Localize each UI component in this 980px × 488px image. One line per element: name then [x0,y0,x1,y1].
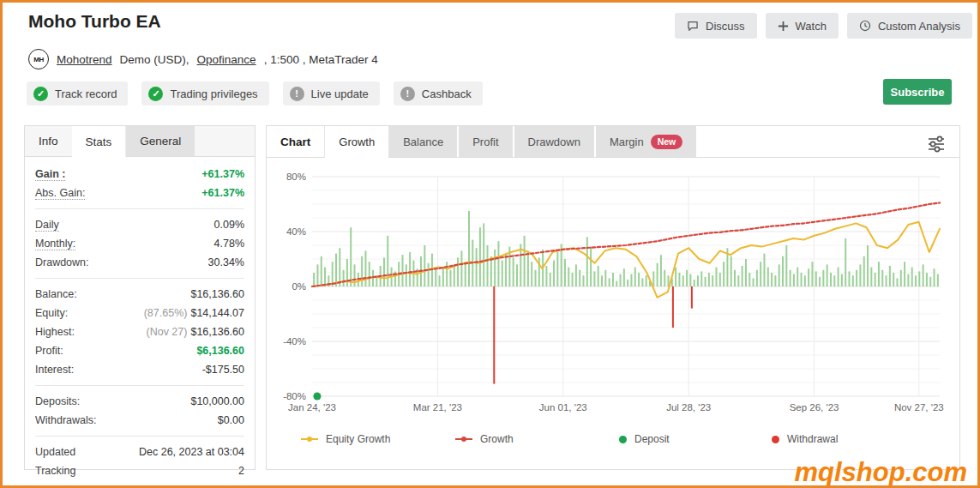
tab-label: Chart [280,136,310,148]
badge-cashback: !Cashback [394,81,483,105]
stat-label: Profit: [35,345,63,357]
broker-link[interactable]: Opofinance [197,53,256,66]
stat-label[interactable]: Daily [35,219,59,232]
svg-text:Jul 28, '23: Jul 28, '23 [666,402,711,413]
tab-balance[interactable]: Balance [389,126,457,157]
account-page: Moho Turbo EA DiscussWatchCustom Analysi… [0,0,980,488]
svg-text:0%: 0% [292,281,306,292]
button-label: Watch [796,20,827,33]
watermark: mqlshop.com [794,457,967,488]
svg-text:Nov 27, '23: Nov 27, '23 [894,402,944,413]
tab-drawdown[interactable]: Drawdown [514,126,594,157]
legend-line-marker [455,438,472,440]
stat-row: Equity:(87.65%)$14,144.07 [35,304,244,322]
tab-label: Growth [339,136,375,148]
tab-general[interactable]: General [126,126,195,156]
stat-value-text: Dec 26, 2023 at 03:04 [139,446,244,458]
legend-label: Deposit [634,433,670,445]
stat-label: Equity: [35,307,68,319]
stat-value: +61.37% [201,187,244,199]
stat-row: Drawdown:30.34% [35,253,244,272]
stat-group: Gain :+61.37%Abs. Gain:+61.37% [35,159,244,209]
chart-settings-button[interactable] [923,131,949,160]
header-actions: DiscussWatchCustom Analysis [675,13,972,39]
subscribe-button[interactable]: Subscribe [883,79,952,105]
stat-value-text: $16,136.60 [190,288,244,300]
tab-growth[interactable]: Growth [324,126,389,158]
new-badge: New [651,135,683,149]
exclamation-icon: ! [290,87,304,101]
stat-value: +61.37% [201,168,244,180]
tab-profit[interactable]: Profit [459,126,512,157]
legend-dot-marker [772,436,779,443]
chart-tabs: ChartGrowthBalanceProfitDrawdownMarginNe… [267,126,959,158]
legend-label: Growth [480,433,514,445]
stat-value: $16,136.60 [190,288,244,300]
legend-label: Equity Growth [326,433,390,445]
stat-value-text: 0.09% [214,219,244,231]
stat-label: Highest: [35,326,75,338]
custom-analysis-button[interactable]: Custom Analysis [847,13,972,39]
stat-row: Interest:-$175.50 [35,360,244,379]
stat-value-text: +61.37% [201,168,244,180]
stat-row: Tracking2 [35,461,244,480]
stat-label: Tracking [35,465,75,477]
stat-label[interactable]: Abs. Gain: [35,187,85,200]
growth-chart[interactable]: 80%40%0%-40%-80%Jan 24, '23Mar 21, '23Ju… [267,157,959,426]
button-label: Custom Analysis [878,20,960,33]
stat-label: Updated [35,446,75,458]
stat-group: UpdatedDec 26, 2023 at 03:04Tracking2 [35,437,244,486]
tab-label: Drawdown [528,136,580,148]
account-name-link[interactable]: Mohotrend [57,53,112,66]
legend-line-dot [307,437,312,442]
watch-button[interactable]: Watch [766,13,839,39]
badge-label: Live update [311,87,369,100]
stat-value: 0.09% [214,219,244,231]
svg-text:Mar 21, '23: Mar 21, '23 [413,402,462,413]
stat-value-text: 30.34% [208,256,244,268]
svg-text:80%: 80% [286,172,306,182]
stat-row: Gain :+61.37% [35,165,244,184]
svg-text:Jan 24, '23: Jan 24, '23 [288,402,336,413]
stat-value-text: $10,000.00 [190,395,244,407]
stat-label[interactable]: Gain : [35,168,65,181]
stat-label: Withdrawals: [35,414,97,426]
chart-panel: ChartGrowthBalanceProfitDrawdownMarginNe… [266,125,960,470]
stat-label: Drawdown: [35,256,89,268]
svg-text:Sep 26, '23: Sep 26, '23 [790,402,839,413]
chart-legend: Equity GrowthGrowthDepositWithdrawal [267,428,959,454]
stat-value-text: $14,144.07 [190,307,244,319]
check-icon: ✓ [148,87,163,101]
status-badges: ✓Track record✓Trading privileges!Live up… [27,81,483,105]
stat-value: $0.00 [218,414,244,426]
sliders-icon [925,145,947,158]
account-row: MH Mohotrend Demo (USD), Opofinance , 1:… [28,49,378,69]
badge-label: Cashback [422,87,472,100]
tab-stats[interactable]: Stats [72,126,127,157]
plus-icon [778,21,789,32]
stat-value-prefix: (Nov 27) [147,326,188,338]
stat-value: $6,136.60 [196,345,244,357]
stat-value: 2 [238,465,244,477]
tab-info[interactable]: Info [25,126,72,156]
stat-value: (Nov 27)$16,136.60 [147,326,245,338]
stat-groups: Gain :+61.37%Abs. Gain:+61.37%Daily0.09%… [25,157,255,486]
svg-text:Jun 01, '23: Jun 01, '23 [539,402,587,413]
badge-label: Track record [55,87,117,100]
tab-chart[interactable]: Chart [267,126,324,157]
stat-group: Deposits:$10,000.00Withdrawals:$0.00 [35,386,244,437]
badge-trading-privileges: ✓Trading privileges [141,81,268,105]
tab-margin[interactable]: MarginNew [596,126,696,157]
stat-row: Profit:$6,136.60 [35,341,244,360]
stat-row: Withdrawals:$0.00 [35,411,244,430]
stat-row: Monthly:4.78% [35,234,244,253]
stat-label[interactable]: Monthly: [35,238,75,250]
stats-sidebar: InfoStatsGeneral Gain :+61.37%Abs. Gain:… [24,125,256,470]
stat-value-text: $6,136.60 [196,345,244,357]
stat-value: -$175.50 [202,364,244,376]
stat-row: Balance:$16,136.60 [35,285,244,304]
discuss-button[interactable]: Discuss [675,13,757,39]
speech-bubble-icon [687,20,699,32]
badge-label: Trading privileges [170,87,257,100]
stat-value-text: 4.78% [214,238,244,250]
